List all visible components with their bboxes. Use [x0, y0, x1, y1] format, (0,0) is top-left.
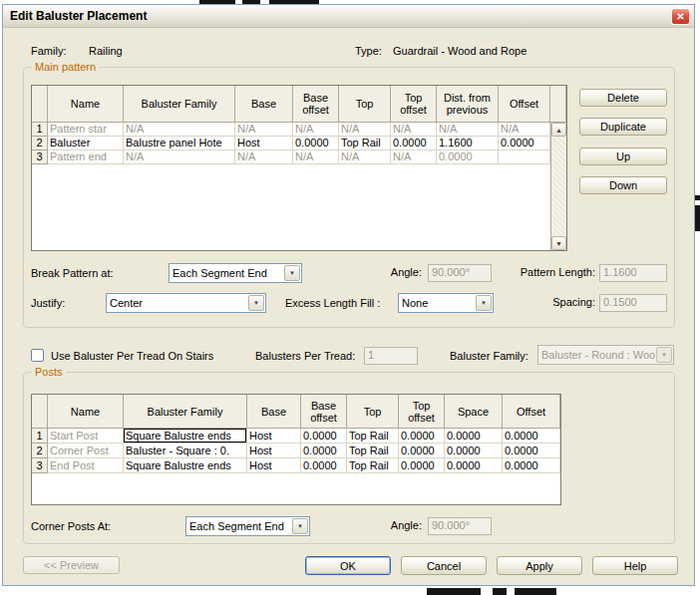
cell-top-offset[interactable]: 0.0000 [391, 137, 437, 150]
column-header-name: Name [48, 395, 124, 429]
screen: Edit Baluster Placement ✕ Family: Railin… [0, 0, 700, 595]
cell-baluster-family[interactable]: Balustre panel Hote [124, 137, 235, 150]
row-number[interactable]: 3 [32, 458, 48, 473]
cell-base-offset[interactable]: 0.0000 [293, 137, 339, 150]
balusters-per-tread-input[interactable]: 1 [364, 347, 418, 365]
cell-offset[interactable]: 0.0000 [499, 137, 550, 150]
cell-top[interactable]: Top Rail [347, 444, 399, 458]
scroll-up-icon[interactable]: ▲ [551, 123, 566, 137]
cell-base-offset[interactable]: 0.0000 [301, 444, 347, 458]
cell-offset[interactable]: 0.0000 [503, 444, 560, 458]
cell-baluster-family[interactable]: Square Balustre ends [124, 429, 247, 444]
cell-base-offset[interactable]: N/A [293, 123, 339, 137]
cell-top-offset[interactable]: 0.0000 [399, 458, 445, 473]
angle-label: Angle: [374, 266, 422, 278]
cell-baluster-family[interactable]: Baluster - Square : 0. [124, 444, 247, 458]
chevron-down-icon: ▼ [284, 265, 300, 281]
duplicate-button[interactable]: Duplicate [579, 118, 667, 136]
cell-base[interactable]: Host [247, 458, 301, 473]
row-number[interactable]: 3 [32, 150, 48, 164]
column-header-baluster-family: Baluster Family [124, 86, 235, 123]
cell-offset[interactable]: 0.0000 [503, 429, 560, 444]
cancel-button[interactable]: Cancel [401, 556, 487, 575]
use-baluster-per-tread-checkbox[interactable] [31, 349, 44, 362]
cell-offset[interactable]: 0.0000 [503, 458, 560, 473]
posts-table: Name Baluster Family Base Base offset To… [31, 394, 561, 505]
cell-baluster-family[interactable]: N/A [124, 150, 235, 164]
column-header-top: Top [339, 86, 391, 123]
cell-name[interactable]: Pattern star [48, 123, 124, 137]
balusters-per-tread-label: Balusters Per Tread: [255, 350, 355, 362]
column-header-stub [550, 86, 566, 123]
cell-top[interactable]: Top Rail [347, 429, 399, 444]
cell-top[interactable]: Top Rail [339, 137, 391, 150]
pattern-length-label: Pattern Length: [492, 266, 595, 278]
corner-posts-at-select[interactable]: Each Segment End ▼ [185, 516, 310, 536]
cell-top-offset[interactable]: 0.0000 [399, 429, 445, 444]
delete-button[interactable]: Delete [579, 89, 667, 107]
apply-button[interactable]: Apply [497, 556, 582, 575]
cell-name[interactable]: End Post [48, 458, 124, 473]
row-number[interactable]: 2 [32, 444, 48, 458]
cell-base[interactable]: Host [247, 429, 301, 444]
justify-select[interactable]: Center ▼ [106, 293, 266, 313]
row-number[interactable]: 1 [32, 123, 48, 137]
cell-dist-from-previous[interactable]: N/A [437, 123, 499, 137]
cell-name[interactable]: Start Post [48, 429, 124, 444]
cell-base-offset[interactable]: 0.0000 [301, 458, 347, 473]
cell-top[interactable]: Top Rail [347, 458, 399, 473]
cell-space[interactable]: 0.0000 [445, 458, 503, 473]
help-button[interactable]: Help [592, 556, 678, 575]
close-icon: ✕ [676, 11, 684, 22]
preview-button[interactable]: << Preview [23, 556, 120, 574]
cell-space[interactable]: 0.0000 [445, 444, 503, 458]
cell-top-offset[interactable]: 0.0000 [399, 444, 445, 458]
cell-base-offset[interactable]: N/A [293, 150, 339, 164]
cell-base-offset[interactable]: 0.0000 [301, 429, 347, 444]
cell-top-offset[interactable]: N/A [391, 150, 437, 164]
down-button[interactable]: Down [579, 176, 667, 194]
posts-angle-input[interactable]: 90.000° [428, 517, 492, 535]
screen-artifact [515, 588, 556, 595]
baluster-family-select[interactable]: Baluster - Round : Wood ▼ [537, 345, 674, 365]
cell-base[interactable]: Host [247, 444, 301, 458]
cell-name[interactable]: Baluster [48, 137, 124, 150]
cell-base[interactable]: N/A [235, 123, 293, 137]
cell-top-offset[interactable]: N/A [391, 123, 437, 137]
column-header-baluster-family: Baluster Family [124, 395, 247, 429]
excess-length-fill-value: None [399, 297, 475, 309]
ok-button[interactable]: OK [305, 556, 391, 575]
close-button[interactable]: ✕ [671, 8, 690, 25]
cell-base[interactable]: Host [235, 137, 293, 150]
angle-input[interactable]: 90.000° [428, 264, 492, 282]
cell-dist-from-previous[interactable]: 0.0000 [437, 150, 499, 164]
row-number[interactable]: 2 [32, 137, 48, 150]
excess-length-fill-select[interactable]: None ▼ [398, 293, 494, 313]
scroll-down-icon[interactable]: ▼ [551, 236, 566, 250]
edit-baluster-placement-dialog: Edit Baluster Placement ✕ Family: Railin… [2, 4, 695, 586]
break-pattern-select[interactable]: Each Segment End ▼ [169, 263, 302, 283]
pattern-length-input[interactable]: 1.1600 [599, 264, 667, 282]
cell-base[interactable]: N/A [235, 150, 293, 164]
excess-length-fill-label: Excess Length Fill : [285, 297, 380, 309]
cell-top[interactable]: N/A [339, 150, 391, 164]
cell-baluster-family[interactable]: Square Balustre ends [124, 458, 247, 473]
spacing-input[interactable]: 0.1500 [599, 294, 667, 312]
cell-name[interactable]: Corner Post [48, 444, 124, 458]
table-scrollbar[interactable]: ▲ ▼ [550, 123, 566, 250]
row-number[interactable]: 1 [32, 429, 48, 444]
scrollbar-track[interactable] [551, 137, 566, 236]
cell-top[interactable]: N/A [339, 123, 391, 137]
cell-offset[interactable]: N/A [499, 123, 550, 137]
up-button[interactable]: Up [579, 148, 667, 165]
column-header-offset: Offset [503, 395, 560, 429]
cell-dist-from-previous[interactable]: 1.1600 [437, 137, 499, 150]
column-header-top-offset: Top offset [399, 395, 445, 429]
cell-baluster-family[interactable]: N/A [124, 123, 235, 137]
break-pattern-label: Break Pattern at: [31, 267, 114, 279]
cell-space[interactable]: 0.0000 [445, 429, 503, 444]
title-bar[interactable]: Edit Baluster Placement [3, 5, 694, 28]
cell-offset[interactable] [499, 150, 550, 164]
cell-name[interactable]: Pattern end [48, 150, 124, 164]
baluster-family-value: Baluster - Round : Wood [538, 349, 655, 361]
